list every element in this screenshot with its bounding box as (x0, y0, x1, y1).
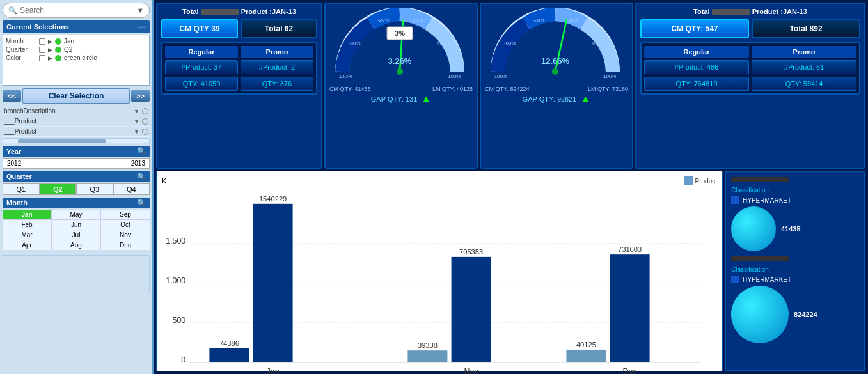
svg-text:731603: 731603 (618, 245, 642, 253)
svg-text:60%: 60% (592, 40, 603, 46)
list-circle-2 (142, 118, 148, 125)
top-row: Total Product :JAN-13 CM QTY 39 Total 62… (156, 3, 865, 169)
total-button[interactable]: Total 62 (241, 19, 317, 38)
svg-text:20%: 20% (413, 17, 423, 23)
right-total-button[interactable]: Total 892 (752, 19, 860, 38)
svg-point-12 (552, 68, 558, 75)
legend-label: Product (695, 178, 717, 185)
month-jun[interactable]: Jun (52, 220, 100, 230)
left-sub-panel: Regular Promo #Product: 37 #Product: 2 Q… (161, 42, 317, 95)
sel-month-arrow: ▶ (48, 38, 52, 45)
search-bar[interactable]: 🔍 ▼ (3, 3, 150, 18)
right-panel: Total Product :JAN-13 CM QTY: 547 Total … (635, 3, 865, 169)
svg-text:12.66%: 12.66% (541, 56, 570, 66)
selection-row-color: Color ▶ green circle (6, 54, 146, 61)
quarter-items: Q1 Q2 Q3 Q4 (3, 183, 150, 195)
month-dec[interactable]: Dec (101, 240, 150, 250)
reg-product-val: #Product: 37 (165, 60, 238, 74)
cm-qty-button[interactable]: CM QTY 39 (161, 19, 238, 38)
svg-text:-20%: -20% (377, 17, 390, 23)
gauge1-gap: GAP QTY: 131 ▲ (371, 93, 431, 105)
dropdown-icon[interactable]: ▼ (137, 6, 144, 14)
gauge2-bottom-vals: CM QTY: 824224 LM QTY: 73160 (485, 86, 628, 92)
right-promo-label: Promo (752, 46, 856, 58)
svg-rect-38 (610, 254, 650, 362)
month-oct[interactable]: Oct (101, 220, 150, 230)
sel-month-icon (39, 38, 45, 45)
sel-quarter-dot (55, 47, 61, 53)
list-item[interactable]: ___Product ▼ (3, 127, 150, 137)
quarter-q3[interactable]: Q3 (76, 183, 113, 195)
list-arrow-2: ▼ (134, 118, 139, 125)
sub-panel-header: Regular Promo (165, 46, 313, 58)
svg-rect-30 (253, 204, 293, 362)
svg-text:1,000: 1,000 (166, 276, 185, 285)
sel-color-arrow: ▶ (48, 55, 52, 61)
month-nov[interactable]: Nov (101, 230, 150, 240)
month-mar[interactable]: Mar (3, 230, 51, 240)
month-may[interactable]: May (52, 210, 100, 219)
right-promo-product-val: #Product: 61 (752, 60, 856, 74)
clear-selection-button[interactable]: Clear Selection (22, 88, 130, 104)
svg-rect-34 (452, 257, 491, 362)
sel-color-icon (39, 55, 45, 61)
search-input[interactable] (20, 6, 134, 15)
gauge1-bottom-vals: CM QTY: 41435 LM QTY: 40125 (329, 86, 473, 92)
bubble-section-1: Classification HYPERMARKET 41435 (731, 177, 859, 251)
month-jan[interactable]: Jan (3, 210, 51, 219)
svg-rect-36 (566, 350, 606, 362)
horizontal-scrollbar[interactable] (3, 138, 150, 143)
sel-color-value: green circle (64, 54, 97, 61)
regular-label: Regular (165, 46, 238, 58)
promo-qty-val: QTY: 376 (241, 77, 313, 91)
sel-quarter-label: Quarter (6, 46, 36, 53)
month-header: Month 🔍 (3, 198, 150, 208)
gauge2-gap: GAP QTY: 92621 ▲ (523, 93, 591, 105)
svg-text:3%: 3% (395, 29, 405, 37)
chart-area: 0 500 1,000 1,500 74386 1540229 (162, 188, 717, 374)
gauge2-area: -100% -60% -20% 20% 60% 100% 12.66% (485, 8, 628, 86)
current-selections-header: Current Selections — (3, 20, 150, 33)
svg-text:0: 0 (181, 355, 185, 364)
minimize-button[interactable]: — (138, 22, 146, 31)
left-panel: Total Product :JAN-13 CM QTY 39 Total 62… (156, 3, 322, 169)
svg-text:1,500: 1,500 (166, 237, 185, 245)
list-label-1: branchDescription (4, 107, 131, 114)
bubble-redacted-1 (731, 177, 789, 182)
quarter-q4[interactable]: Q4 (113, 183, 150, 195)
list-arrow-3: ▼ (134, 129, 139, 135)
list-label-3: ___Product (4, 128, 131, 135)
sel-month-dot (55, 38, 61, 45)
svg-text:3.26%: 3.26% (388, 56, 412, 66)
quarter-q2[interactable]: Q2 (40, 183, 77, 195)
left-panel-title: Total Product :JAN-13 (161, 8, 317, 15)
gauge2-gap-label: GAP QTY: 92621 (523, 95, 577, 103)
month-label: Month (6, 199, 28, 207)
year-header: Year 🔍 (3, 146, 150, 157)
svg-text:74386: 74386 (219, 339, 239, 347)
svg-text:-100%: -100% (493, 74, 507, 79)
sel-quarter-value: Q2 (64, 46, 72, 53)
month-apr[interactable]: Apr (3, 240, 51, 250)
month-sep[interactable]: Sep (101, 210, 150, 219)
qty-row: QTY: 41059 QTY: 376 (165, 77, 313, 91)
right-regular-label: Regular (644, 46, 749, 58)
month-jul[interactable]: Jul (52, 230, 100, 240)
bubble-display-2: 824224 (731, 286, 859, 343)
month-aug[interactable]: Aug (52, 240, 100, 250)
month-search-icon: 🔍 (137, 199, 146, 207)
quarter-q1[interactable]: Q1 (3, 183, 40, 195)
sidebar: 🔍 ▼ Current Selections — Month ▶ Jan Qua… (0, 0, 154, 374)
list-item[interactable]: branchDescription ▼ (3, 106, 150, 116)
month-feb[interactable]: Feb (3, 220, 51, 230)
right-cm-qty-button[interactable]: CM QTY: 547 (640, 19, 749, 38)
svg-text:Jan: Jan (267, 367, 280, 374)
quarter-search-icon: 🔍 (137, 173, 146, 181)
list-item[interactable]: ___Product ▼ (3, 116, 150, 127)
bubble-row-2: HYPERMARKET (731, 276, 859, 283)
nav-prev-button[interactable]: << (3, 90, 21, 102)
gauge2-svg: -100% -60% -20% 20% 60% 100% 12.66% (485, 8, 626, 84)
search-icon: 🔍 (8, 6, 17, 15)
nav-next-button[interactable]: >> (131, 90, 150, 102)
nav-buttons: << Clear Selection >> (3, 88, 150, 104)
